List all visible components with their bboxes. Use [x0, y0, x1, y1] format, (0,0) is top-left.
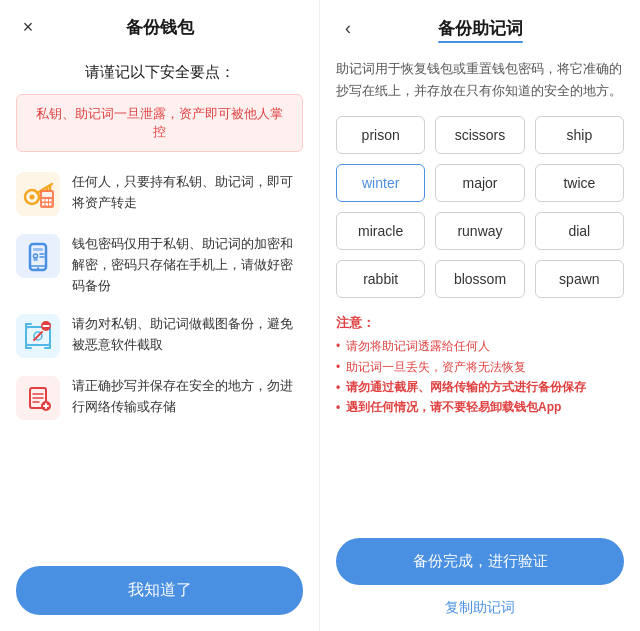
mnemonic-word-9: dial [535, 212, 624, 250]
note-item-4: 遇到任何情况，请不要轻易卸载钱包App [336, 397, 624, 417]
notes-list: 请勿将助记词透露给任何人 助记词一旦丢失，资产将无法恢复 请勿通过截屏、网络传输… [336, 336, 624, 418]
mnemonic-word-12: spawn [535, 260, 624, 298]
left-title: 备份钱包 [126, 16, 194, 39]
notes-section: 注意： 请勿将助记词透露给任何人 助记词一旦丢失，资产将无法恢复 请勿通过截屏、… [320, 310, 640, 426]
security-items-list: 任何人，只要持有私钥、助记词，即可将资产转走 钱包密码仅用于私钥、助记词的加密和… [0, 168, 319, 550]
mnemonic-word-3: ship [535, 116, 624, 154]
svg-rect-9 [46, 199, 49, 202]
security-text-4: 请正确抄写并保存在安全的地方，勿进行网络传输或存储 [72, 376, 303, 418]
warning-banner: 私钥、助记词一旦泄露，资产即可被他人掌控 [16, 94, 303, 152]
security-text-2: 钱包密码仅用于私钥、助记词的加密和解密，密码只存储在手机上，请做好密码备份 [72, 234, 303, 296]
security-item-4: 请正确抄写并保存在安全的地方，勿进行网络传输或存储 [16, 376, 303, 420]
security-text-1: 任何人，只要持有私钥、助记词，即可将资产转走 [72, 172, 303, 214]
close-button[interactable]: × [16, 16, 40, 40]
right-header: ‹ 备份助记词 [320, 0, 640, 48]
left-bottom: 我知道了 [0, 550, 319, 631]
right-title: 备份助记词 [438, 17, 523, 40]
right-panel: ‹ 备份助记词 助记词用于恢复钱包或重置钱包密码，将它准确的抄写在纸上，并存放在… [320, 0, 640, 631]
right-bottom: 备份完成，进行验证 复制助记词 [320, 528, 640, 631]
note-item-3: 请勿通过截屏、网络传输的方式进行备份保存 [336, 377, 624, 397]
copy-mnemonic-link[interactable]: 复制助记词 [336, 595, 624, 625]
note-item-1: 请勿将助记词透露给任何人 [336, 336, 624, 356]
security-item-1: 任何人，只要持有私钥、助记词，即可将资产转走 [16, 172, 303, 216]
svg-rect-13 [49, 203, 52, 206]
left-header: × 备份钱包 [0, 0, 319, 55]
right-description: 助记词用于恢复钱包或重置钱包密码，将它准确的抄写在纸上，并存放在只有你知道的安全… [320, 48, 640, 112]
svg-rect-18 [33, 248, 43, 251]
svg-point-2 [30, 195, 35, 200]
svg-rect-11 [42, 203, 45, 206]
security-text-3: 请勿对私钥、助记词做截图备份，避免被恶意软件截取 [72, 314, 303, 356]
phone-lock-icon [16, 234, 60, 278]
svg-rect-8 [42, 199, 45, 202]
mnemonic-word-6: twice [535, 164, 624, 202]
mnemonic-word-10: rabbit [336, 260, 425, 298]
security-item-2: 钱包密码仅用于私钥、助记词的加密和解密，密码只存储在手机上，请做好密码备份 [16, 234, 303, 296]
svg-rect-7 [42, 192, 52, 197]
mnemonic-word-4: winter [336, 164, 425, 202]
mnemonic-word-7: miracle [336, 212, 425, 250]
acknowledge-button[interactable]: 我知道了 [16, 566, 303, 615]
security-item-3: 请勿对私钥、助记词做截图备份，避免被恶意软件截取 [16, 314, 303, 358]
svg-rect-10 [49, 199, 52, 202]
right-title-wrapper: 备份助记词 [368, 17, 592, 40]
back-button[interactable]: ‹ [336, 16, 360, 40]
screenshot-ban-icon [16, 314, 60, 358]
svg-rect-20 [34, 257, 38, 261]
mnemonic-word-8: runway [435, 212, 524, 250]
note-item-2: 助记词一旦丢失，资产将无法恢复 [336, 357, 624, 377]
backup-complete-button[interactable]: 备份完成，进行验证 [336, 538, 624, 585]
key-icon [16, 172, 60, 216]
left-subtitle: 请谨记以下安全要点： [0, 55, 319, 94]
mnemonic-word-11: blossom [435, 260, 524, 298]
notes-title: 注意： [336, 314, 624, 332]
mnemonic-word-5: major [435, 164, 524, 202]
mnemonic-word-2: scissors [435, 116, 524, 154]
left-panel: × 备份钱包 请谨记以下安全要点： 私钥、助记词一旦泄露，资产即可被他人掌控 [0, 0, 320, 631]
mnemonic-word-1: prison [336, 116, 425, 154]
svg-point-17 [37, 267, 39, 269]
mnemonic-grid: prison scissors ship winter major twice … [320, 112, 640, 310]
svg-rect-12 [46, 203, 49, 206]
save-secure-icon [16, 376, 60, 420]
